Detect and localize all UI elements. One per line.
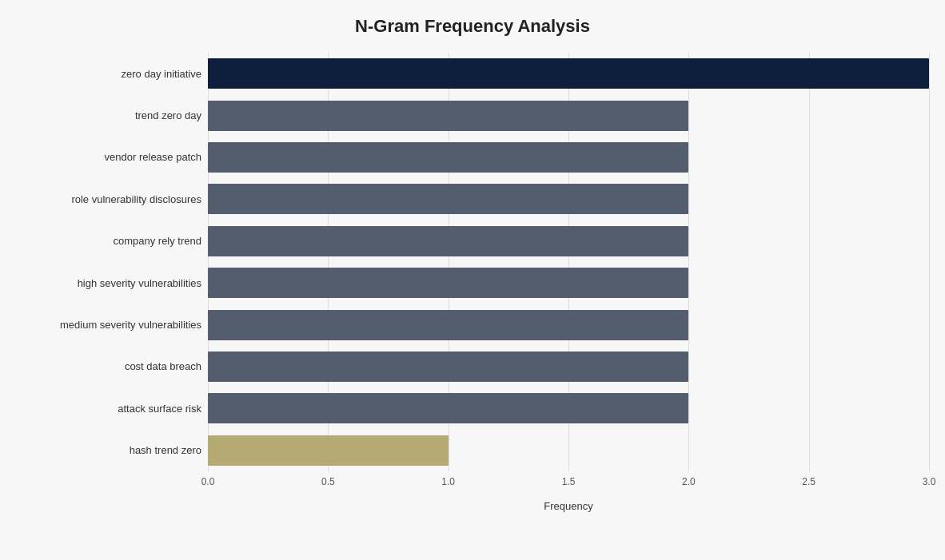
bar xyxy=(208,184,688,214)
x-tick: 2.0 xyxy=(682,476,696,487)
bar xyxy=(208,101,688,131)
bar xyxy=(208,310,688,340)
y-label: zero day initiative xyxy=(16,53,201,94)
y-label: cost data breach xyxy=(16,346,201,387)
bar-row xyxy=(208,53,929,94)
bar xyxy=(208,268,688,298)
x-tick: 1.0 xyxy=(441,476,455,487)
bar xyxy=(208,58,929,89)
bar-row xyxy=(208,220,929,262)
chart-title: N-Gram Frequency Analysis xyxy=(355,16,590,37)
x-ticks: 0.00.51.01.52.02.53.0 xyxy=(208,476,929,500)
bar-row xyxy=(208,387,929,429)
x-tick: 3.0 xyxy=(923,476,936,487)
grid-line xyxy=(929,53,930,471)
bar-row xyxy=(208,304,929,346)
y-label: medium severity vulnerabilities xyxy=(16,304,201,346)
x-axis-label: Frequency xyxy=(208,500,929,512)
x-axis-label-area: Frequency xyxy=(16,500,929,512)
bar-row xyxy=(208,137,929,178)
bar-row xyxy=(208,95,929,137)
bars-wrapper xyxy=(208,53,929,471)
y-label: vendor release patch xyxy=(16,137,201,178)
y-label: attack surface risk xyxy=(16,387,201,429)
y-label: high severity vulnerabilities xyxy=(16,262,201,304)
bar-row xyxy=(208,346,929,387)
chart-container: N-Gram Frequency Analysis zero day initi… xyxy=(0,0,945,560)
bars-and-grid xyxy=(208,53,929,471)
x-tick: 1.5 xyxy=(562,476,576,487)
bar xyxy=(208,435,449,466)
x-tick: 2.5 xyxy=(802,476,815,487)
bar xyxy=(208,351,688,382)
bar xyxy=(208,142,688,173)
bar xyxy=(208,226,688,256)
bar-row xyxy=(208,178,929,220)
y-label: role vulnerability disclosures xyxy=(16,178,201,220)
y-label: trend zero day xyxy=(16,95,201,137)
bar xyxy=(208,393,688,423)
chart-area: zero day initiativetrend zero dayvendor … xyxy=(16,53,929,471)
y-label: company rely trend xyxy=(16,220,201,262)
x-axis-area: 0.00.51.01.52.02.53.0 xyxy=(16,476,929,500)
x-tick: 0.0 xyxy=(201,476,215,487)
x-tick: 0.5 xyxy=(321,476,335,487)
bar-row xyxy=(208,430,929,471)
y-label: hash trend zero xyxy=(16,430,201,471)
bar-row xyxy=(208,262,929,304)
y-labels: zero day initiativetrend zero dayvendor … xyxy=(16,53,208,471)
